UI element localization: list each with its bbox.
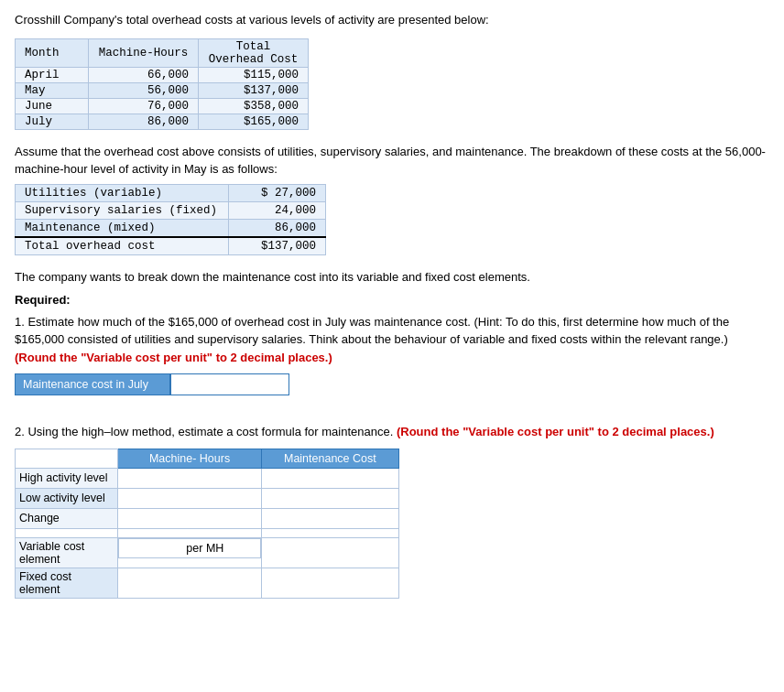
breakdown-supervisory-label: Supervisory salaries (fixed) (16, 201, 229, 219)
required-label: Required: (15, 291, 769, 309)
overhead-july-month: July (16, 114, 89, 129)
highlow-fixed-label: Fixed cost element (16, 568, 118, 598)
overhead-april-cost: $115,000 (199, 67, 309, 82)
breakdown-total-label: Total overhead cost (16, 237, 229, 255)
overhead-april-month: April (16, 67, 89, 82)
highlow-change-label: Change (16, 508, 118, 528)
highlow-high-cost-cell (261, 468, 398, 488)
breakdown-utilities-label: Utilities (variable) (16, 184, 229, 201)
maintenance-cost-input[interactable] (170, 373, 289, 395)
highlow-blank-cost (261, 528, 398, 537)
overhead-june-mh: 76,000 (89, 98, 199, 114)
highlow-variable-cost-input[interactable] (262, 538, 398, 568)
highlow-table: Machine- Hours Maintenance Cost High act… (15, 449, 399, 599)
breakdown-total-value: $137,000 (229, 237, 326, 255)
highlow-variable-mh-input[interactable] (119, 539, 183, 557)
question2-part1: 2. Using the high–low method, estimate a… (15, 425, 393, 438)
overhead-header-cost: Total Overhead Cost (199, 38, 309, 67)
highlow-high-cost-input[interactable] (262, 469, 398, 488)
overhead-july-cost: $165,000 (199, 114, 309, 129)
highlow-header-cost: Maintenance Cost (261, 449, 398, 468)
highlow-variable-mh-cell: per MH (118, 538, 260, 558)
question1-text: 1. Estimate how much of the $165,000 of … (15, 313, 769, 367)
highlow-low-cost-input[interactable] (262, 489, 398, 508)
intro-text: Crosshill Company's total overhead costs… (15, 11, 769, 29)
highlow-fixed-cost-cell (261, 568, 398, 598)
overhead-table: Month Machine-Hours Total Overhead Cost … (15, 38, 309, 130)
overhead-may-cost: $137,000 (199, 82, 309, 98)
question2-text: 2. Using the high–low method, estimate a… (15, 423, 769, 441)
highlow-low-label: Low activity level (16, 488, 118, 508)
breakdown-table: Utilities (variable) $ 27,000 Supervisor… (15, 184, 326, 255)
highlow-blank-label (16, 528, 118, 537)
overhead-april-mh: 66,000 (89, 67, 199, 82)
highlow-high-mh-cell (118, 468, 261, 488)
question1-part1: 1. Estimate how much of the $165,000 of … (15, 315, 471, 329)
overhead-july-mh: 86,000 (89, 114, 199, 129)
highlow-fixed-mh-cell (118, 568, 261, 598)
highlow-header-mh: Machine- Hours (118, 449, 261, 468)
overhead-june-cost: $358,000 (199, 98, 309, 114)
breakdown-maintenance-value: 86,000 (229, 219, 326, 237)
highlow-blank-mh (118, 528, 261, 537)
highlow-per-mh-label: per MH (183, 540, 227, 557)
highlow-variable-label: Variable cost element (16, 537, 118, 568)
maintenance-cost-row: Maintenance cost in July (15, 373, 769, 395)
breakdown-supervisory-value: 24,000 (229, 201, 326, 219)
maintenance-cost-label: Maintenance cost in July (15, 373, 170, 395)
highlow-change-mh-input[interactable] (118, 509, 260, 528)
highlow-low-mh-cell (118, 488, 261, 508)
overhead-june-month: June (16, 98, 89, 114)
highlow-change-cost-input[interactable] (262, 509, 398, 528)
breakdown-utilities-value: $ 27,000 (229, 184, 326, 201)
highlow-high-label: High activity level (16, 468, 118, 488)
highlow-low-mh-input[interactable] (118, 489, 260, 508)
highlow-fixed-mh-input[interactable] (118, 568, 260, 598)
question1-round: (Round the "Variable cost per unit" to 2… (15, 351, 332, 364)
highlow-change-mh-cell (118, 508, 261, 528)
highlow-change-cost-cell (261, 508, 398, 528)
highlow-low-cost-cell (261, 488, 398, 508)
overhead-may-mh: 56,000 (89, 82, 199, 98)
highlow-fixed-cost-input[interactable] (262, 568, 398, 598)
highlow-header-blank (16, 449, 118, 468)
overhead-may-month: May (16, 82, 89, 98)
section1-text: Assume that the overhead cost above cons… (15, 143, 769, 178)
highlow-high-mh-input[interactable] (118, 469, 260, 488)
highlow-variable-cost-cell (261, 537, 398, 568)
breakdown-maintenance-label: Maintenance (mixed) (16, 219, 229, 237)
overhead-header-mh: Machine-Hours (89, 38, 199, 67)
overhead-header-month: Month (16, 38, 89, 67)
question2-round: (Round the "Variable cost per unit" to 2… (397, 425, 714, 438)
section2-text: The company wants to break down the main… (15, 268, 769, 287)
